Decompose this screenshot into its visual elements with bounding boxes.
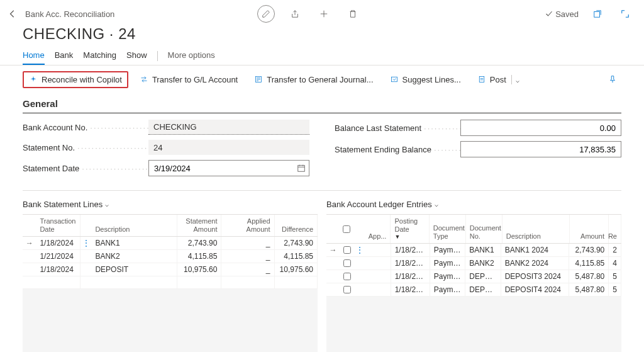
statement-date-label: Statement Date	[23, 164, 148, 173]
suggest-lines-button[interactable]: Suggest Lines...	[385, 72, 466, 88]
table-row[interactable]: 1/18/2024 Payment DEPOSIT3 DEPOSIT3 2024…	[326, 270, 621, 283]
row-menu-icon[interactable]	[354, 270, 365, 283]
tab-home[interactable]: Home	[23, 47, 45, 65]
table-row[interactable]: 1/18/2024 Payment BANK2 BANK2 2024 4,115…	[326, 257, 621, 270]
col-checkbox-header[interactable]	[340, 215, 354, 243]
reconcile-copilot-button[interactable]: Reconcile with Copilot	[23, 71, 128, 88]
tab-show[interactable]: Show	[126, 47, 147, 65]
row-selector-header	[23, 215, 36, 236]
journal-icon	[254, 75, 263, 84]
col-applied-amount[interactable]: Applied Amount	[221, 215, 274, 236]
back-button[interactable]	[5, 6, 20, 21]
row-selector-header	[326, 215, 340, 243]
row-arrow-icon	[23, 263, 36, 276]
tab-more-options[interactable]: More options	[168, 47, 215, 65]
col-menu-header	[354, 215, 365, 243]
row-arrow-icon: →	[326, 244, 340, 256]
col-amount[interactable]: Amount	[570, 215, 609, 243]
pin-icon[interactable]	[604, 71, 621, 88]
svg-rect-2	[391, 77, 397, 82]
col-difference[interactable]: Difference	[275, 215, 318, 236]
general-section-header: General	[23, 93, 621, 113]
row-menu-icon[interactable]	[80, 250, 92, 263]
col-doc-no[interactable]: Document No.	[466, 215, 502, 243]
col-statement-amount[interactable]: Statement Amount	[177, 215, 221, 236]
col-re[interactable]: Re	[609, 215, 621, 243]
col-transaction-date[interactable]: Transaction Date	[36, 215, 80, 236]
row-checkbox[interactable]	[340, 257, 354, 270]
statement-ending-label: Statement Ending Balance	[335, 145, 460, 154]
table-row[interactable]: 1/18/2024 Payment DEPOSIT4 DEPOSIT4 2024…	[326, 283, 621, 297]
post-dropdown[interactable]: ⌵	[511, 75, 519, 84]
row-arrow-icon	[326, 270, 340, 283]
bank-account-no-value[interactable]: CHECKING	[148, 120, 309, 135]
row-menu-icon[interactable]: ⋮	[80, 237, 92, 249]
tab-divider	[157, 51, 158, 61]
row-checkbox[interactable]	[340, 244, 354, 256]
ledger-entries-grid: App... Posting Date▼ Document Type Docum…	[326, 214, 621, 352]
delete-icon[interactable]	[344, 5, 362, 23]
suggest-icon	[390, 75, 399, 84]
row-arrow-icon	[23, 250, 36, 263]
ledger-entries-title[interactable]: Bank Account Ledger Entries ⌵	[326, 197, 621, 214]
col-menu-header	[80, 215, 92, 236]
empty-row[interactable]	[23, 276, 318, 289]
row-checkbox[interactable]	[340, 283, 354, 296]
bank-statement-lines-title[interactable]: Bank Statement Lines ⌵	[23, 197, 318, 214]
expand-icon[interactable]	[616, 5, 634, 23]
row-arrow-icon	[326, 257, 340, 270]
bank-account-no-label: Bank Account No.	[23, 123, 148, 132]
row-menu-icon[interactable]: ⋮	[354, 244, 365, 256]
breadcrumb: Bank Acc. Reconciliation	[25, 9, 114, 19]
row-menu-icon[interactable]	[354, 283, 365, 296]
table-row[interactable]: → ⋮ 1/18/2024 Payment BANK1 BANK1 2024 2…	[326, 244, 621, 257]
row-menu-icon[interactable]	[80, 263, 92, 276]
svg-rect-3	[479, 77, 484, 82]
page-title: CHECKING · 24	[23, 25, 621, 43]
row-menu-icon[interactable]	[354, 257, 365, 270]
saved-indicator: Saved	[545, 9, 579, 19]
table-row[interactable]: 1/21/2024 BANK2 4,115.85 _ 4,115.85	[23, 250, 318, 263]
open-new-window-icon[interactable]	[589, 5, 606, 23]
post-button[interactable]: Post ⌵	[472, 72, 525, 88]
svg-rect-0	[594, 12, 600, 18]
statement-date-input[interactable]	[148, 160, 309, 176]
tab-bank[interactable]: Bank	[55, 47, 74, 65]
row-arrow-icon	[326, 283, 340, 296]
table-row[interactable]: 1/18/2024 DEPOSIT 10,975.60 _ 10,975.60	[23, 263, 318, 276]
transfer-journal-button[interactable]: Transfer to General Journal...	[249, 72, 378, 88]
balance-last-input[interactable]	[460, 120, 621, 136]
row-arrow-icon: →	[23, 237, 36, 249]
new-icon[interactable]	[315, 5, 333, 23]
statement-no-value: 24	[148, 140, 309, 155]
statement-ending-input[interactable]	[460, 141, 621, 157]
col-doc-type[interactable]: Document Type	[430, 215, 466, 243]
bank-statement-grid: Transaction Date Description Statement A…	[23, 214, 318, 352]
share-icon[interactable]	[286, 5, 304, 23]
tab-matching[interactable]: Matching	[83, 47, 116, 65]
col-description[interactable]: Description	[91, 215, 177, 236]
col-description2[interactable]: Description	[502, 215, 570, 243]
row-checkbox[interactable]	[340, 270, 354, 283]
table-row[interactable]: → 1/18/2024 ⋮ BANK1 2,743.90 _ 2,743.90	[23, 237, 318, 250]
col-app[interactable]: App...	[365, 215, 391, 243]
balance-last-label: Balance Last Statement	[335, 123, 460, 133]
edit-icon[interactable]	[257, 5, 275, 23]
col-posting-date[interactable]: Posting Date▼	[391, 215, 429, 243]
transfer-gl-button[interactable]: Transfer to G/L Account	[135, 72, 243, 88]
statement-no-label: Statement No.	[23, 143, 148, 152]
transfer-icon	[140, 75, 148, 84]
post-icon	[477, 75, 486, 84]
sparkle-icon	[29, 75, 38, 84]
